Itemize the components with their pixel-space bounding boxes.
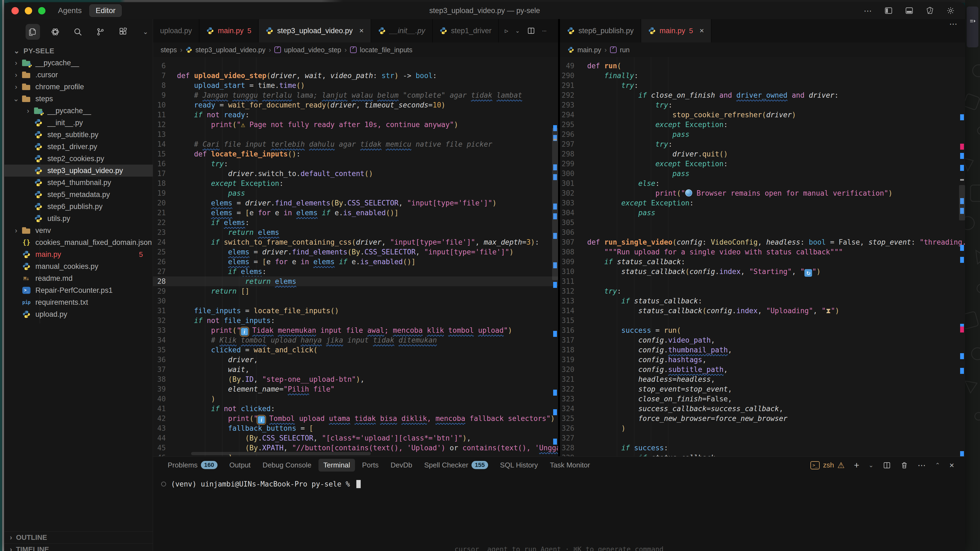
code-line-293[interactable]: 293 try: xyxy=(560,100,965,110)
breadcrumb-item[interactable]: run xyxy=(620,46,630,54)
code-line-317[interactable]: 317 config.video_path, xyxy=(560,335,965,345)
more-actions-icon[interactable]: ⋯ xyxy=(542,28,547,33)
code-line-43[interactable]: 43 fallback_buttons = [ xyxy=(153,423,558,433)
tree-item-.cursor[interactable]: ›.cursor xyxy=(4,69,153,81)
tree-item-__pycache__[interactable]: ›__pycache__ xyxy=(4,105,153,117)
scrollbar-vertical[interactable] xyxy=(959,185,965,221)
code-line-327[interactable]: 327 xyxy=(560,433,965,443)
code-line-329[interactable]: 329 if status_callback: xyxy=(560,453,965,456)
code-line-6[interactable]: 6 xyxy=(153,61,558,71)
workspace-label[interactable]: Agents xyxy=(58,6,82,15)
code-line-11[interactable]: 11 if not ready: xyxy=(153,110,558,120)
code-line-32[interactable]: 32 if not file_inputs: xyxy=(153,316,558,326)
code-line-315[interactable]: 315 xyxy=(560,316,965,326)
project-root-header[interactable]: ⌄ PY-SELE xyxy=(4,43,153,57)
tree-item-venv[interactable]: ›venv xyxy=(4,224,153,237)
code-line-38[interactable]: 38 (By.ID, "step-one__upload-btn"), xyxy=(153,375,558,384)
code-line-328[interactable]: 328 if success: xyxy=(560,443,965,453)
panel-tab-DevDb[interactable]: DevDb xyxy=(386,459,417,472)
code-line-21[interactable]: 21 elems = [e for e in elems if e.is_ena… xyxy=(153,208,558,218)
tree-item-readme.md[interactable]: M↓readme.md xyxy=(4,272,153,284)
code-line-22[interactable]: 22 if elems: xyxy=(153,218,558,227)
code-line-302[interactable]: 302 print("● Browser remains open for ma… xyxy=(560,188,965,198)
code-line-17[interactable]: 17 driver.switch_to.default_content() xyxy=(153,169,558,178)
panel-tab-Problems[interactable]: Problems160 xyxy=(163,459,223,472)
code-line-324[interactable]: 324 success_callback=success_callback, xyxy=(560,404,965,414)
code-line-40[interactable]: 40 ) xyxy=(153,394,558,404)
code-line-34[interactable]: 34 # Klik tombol upload hanya jika input… xyxy=(153,335,558,345)
code-line-15[interactable]: 15 def locate_file_inputs(): xyxy=(153,149,558,159)
tree-item-step3_upload_video.py[interactable]: step3_upload_video.py xyxy=(4,165,153,176)
panel-tab-Task Monitor[interactable]: Task Monitor xyxy=(545,459,595,472)
code-line-16[interactable]: 16 try: xyxy=(153,159,558,169)
breadcrumb-item[interactable]: upload_video_step xyxy=(284,46,341,54)
tree-item-step2_cookies.py[interactable]: step2_cookies.py xyxy=(4,152,153,165)
extensions-icon[interactable] xyxy=(116,24,130,40)
close-icon[interactable]: × xyxy=(360,26,364,35)
tree-item-utils.py[interactable]: utils.py xyxy=(4,213,153,224)
tree-item-main.py[interactable]: main.py5 xyxy=(4,248,153,260)
chevron-down-icon[interactable]: ⌄ xyxy=(869,462,873,469)
code-line-326[interactable]: 326 ) xyxy=(560,423,965,433)
code-line-291[interactable]: 291 try: xyxy=(560,81,965,91)
tree-item-__init__.py[interactable]: __init__.py xyxy=(4,117,153,129)
code-line-307[interactable]: 307def run_single_video(config: VideoCon… xyxy=(560,237,965,247)
code-line-27[interactable]: 27 if elems: xyxy=(153,267,558,276)
timeline-section[interactable]: › TIMELINE xyxy=(4,543,153,551)
source-control-icon[interactable] xyxy=(93,24,108,40)
tree-item-manual_cookies.py[interactable]: manual_cookies.py xyxy=(4,260,153,272)
breadcrumb-item[interactable]: main.py xyxy=(578,46,601,54)
split-handle[interactable] xyxy=(558,19,560,456)
code-line-20[interactable]: 20 elems = driver.find_elements(By.CSS_S… xyxy=(153,198,558,208)
layout-prism-icon[interactable] xyxy=(925,6,935,15)
code-line-29[interactable]: 29 return [] xyxy=(153,286,558,296)
code-line-24[interactable]: 24 if switch_to_frame_containing_css(dri… xyxy=(153,237,558,247)
code-line-23[interactable]: 23 return elems xyxy=(153,227,558,237)
code-line-312[interactable]: 312 try: xyxy=(560,286,965,296)
code-line-30[interactable]: 30 xyxy=(153,296,558,306)
code-line-296[interactable]: 296 pass xyxy=(560,130,965,139)
tree-item-step5_metadata.py[interactable]: step5_metadata.py xyxy=(4,189,153,200)
agent-queue-button[interactable] xyxy=(967,6,978,48)
code-line-28[interactable]: 28 return elems xyxy=(153,276,558,286)
tree-item-steps[interactable]: ⌄steps xyxy=(4,93,153,105)
code-line-290[interactable]: 290 finally: xyxy=(560,71,965,81)
tree-item-__pycache__[interactable]: ›__pycache__ xyxy=(4,57,153,69)
code-line-35[interactable]: 35 clicked = wait_and_click( xyxy=(153,345,558,355)
code-line-309[interactable]: 309 if status_callback: xyxy=(560,257,965,267)
code-line-42[interactable]: 42 print("i Tombol upload utama tidak bi… xyxy=(153,414,558,423)
editor-mode-toggle[interactable]: Editor xyxy=(89,4,122,17)
code-line-319[interactable]: 319 config.hashtags, xyxy=(560,355,965,365)
split-editor-icon[interactable] xyxy=(527,27,535,35)
breadcrumb-item[interactable]: locate_file_inputs xyxy=(360,46,412,54)
breadcrumb-item[interactable]: steps xyxy=(161,46,177,54)
tab-__init__.py[interactable]: __init__.py xyxy=(371,19,433,43)
editor-pane-right[interactable]: 49def run(290 finally:291 try:292 if clo… xyxy=(560,57,965,456)
code-line-320[interactable]: 320 config.subtitle_path, xyxy=(560,365,965,375)
ai-chat-icon[interactable] xyxy=(48,24,63,40)
search-icon[interactable] xyxy=(71,24,85,40)
more-actions-icon[interactable]: ⋯ xyxy=(949,19,965,43)
code-line-8[interactable]: 8 upload_start = time.time() xyxy=(153,81,558,91)
code-line-301[interactable]: 301 else: xyxy=(560,178,965,188)
code-line-306[interactable]: 306 xyxy=(560,227,965,237)
code-line-314[interactable]: 314 status_callback(config.index, "Uploa… xyxy=(560,306,965,316)
settings-gear-icon[interactable] xyxy=(946,6,955,15)
code-line-321[interactable]: 321 headless=headless, xyxy=(560,375,965,384)
tab-step1_driver[interactable]: step1_driver xyxy=(433,19,499,43)
toggle-sidebar-icon[interactable] xyxy=(884,6,893,15)
code-line-26[interactable]: 26 elems = [e for e in elems if e.is_ena… xyxy=(153,257,558,267)
breadcrumb-item[interactable]: step3_upload_video.py xyxy=(196,46,266,54)
code-line-36[interactable]: 36 driver, xyxy=(153,355,558,365)
code-line-13[interactable]: 13 xyxy=(153,130,558,139)
code-line-305[interactable]: 305 xyxy=(560,218,965,227)
tree-item-Repair-PerfCounter.ps1[interactable]: >_Repair-PerfCounter.ps1 xyxy=(4,284,153,296)
close-window-button[interactable] xyxy=(11,7,19,14)
split-terminal-icon[interactable] xyxy=(883,461,891,469)
code-line-14[interactable]: 14 # Cari file input terlebih dahulu aga… xyxy=(153,139,558,149)
chevron-down-icon[interactable]: ⌄ xyxy=(138,24,153,40)
tree-item-step4_thumbnail.py[interactable]: step4_thumbnail.py xyxy=(4,176,153,189)
code-line-18[interactable]: 18 except Exception: xyxy=(153,178,558,188)
tab-main.py[interactable]: main.py5 xyxy=(199,19,259,43)
code-line-295[interactable]: 295 except Exception: xyxy=(560,120,965,130)
